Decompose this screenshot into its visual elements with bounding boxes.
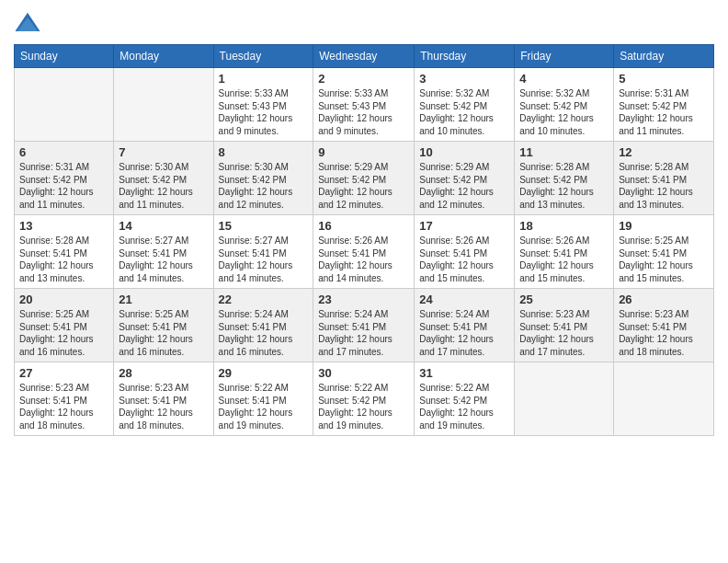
calendar-cell: 15Sunrise: 5:27 AMSunset: 5:41 PMDayligh… [213,215,313,289]
day-info: Sunrise: 5:33 AMSunset: 5:43 PMDaylight:… [318,87,409,137]
day-info: Sunrise: 5:32 AMSunset: 5:42 PMDaylight:… [519,87,609,137]
calendar-body: 1Sunrise: 5:33 AMSunset: 5:43 PMDaylight… [15,68,714,436]
day-number: 6 [19,145,108,159]
header [14,9,714,37]
day-info: Sunrise: 5:22 AMSunset: 5:42 PMDaylight:… [318,382,409,431]
day-info: Sunrise: 5:28 AMSunset: 5:42 PMDaylight:… [519,161,609,211]
day-info: Sunrise: 5:27 AMSunset: 5:41 PMDaylight:… [119,235,208,284]
calendar-cell: 21Sunrise: 5:25 AMSunset: 5:41 PMDayligh… [114,289,213,362]
calendar-cell: 8Sunrise: 5:30 AMSunset: 5:42 PMDaylight… [213,142,313,215]
calendar-cell: 10Sunrise: 5:29 AMSunset: 5:42 PMDayligh… [415,142,515,215]
day-info: Sunrise: 5:25 AMSunset: 5:41 PMDaylight:… [19,308,108,358]
day-info: Sunrise: 5:23 AMSunset: 5:41 PMDaylight:… [619,308,709,358]
day-number: 21 [119,293,208,306]
calendar-cell: 18Sunrise: 5:26 AMSunset: 5:41 PMDayligh… [515,215,614,289]
day-info: Sunrise: 5:26 AMSunset: 5:41 PMDaylight:… [519,235,609,284]
day-info: Sunrise: 5:29 AMSunset: 5:42 PMDaylight:… [318,161,409,211]
day-number: 15 [219,219,309,233]
calendar-cell [15,68,114,142]
day-info: Sunrise: 5:22 AMSunset: 5:41 PMDaylight:… [219,382,309,431]
day-number: 27 [19,366,108,380]
day-number: 28 [119,366,208,380]
day-number: 1 [219,72,309,86]
day-number: 4 [519,72,609,86]
day-info: Sunrise: 5:27 AMSunset: 5:41 PMDaylight:… [219,235,309,284]
day-number: 13 [19,219,108,233]
calendar-week-row: 6Sunrise: 5:31 AMSunset: 5:42 PMDaylight… [15,142,714,215]
calendar-week-row: 27Sunrise: 5:23 AMSunset: 5:41 PMDayligh… [15,362,714,436]
day-info: Sunrise: 5:23 AMSunset: 5:41 PMDaylight:… [519,308,609,358]
day-number: 19 [619,219,709,233]
calendar-cell: 31Sunrise: 5:22 AMSunset: 5:42 PMDayligh… [415,362,515,436]
calendar-cell: 23Sunrise: 5:24 AMSunset: 5:41 PMDayligh… [313,289,415,362]
calendar-cell: 5Sunrise: 5:31 AMSunset: 5:42 PMDaylight… [614,68,714,142]
day-number: 16 [318,219,409,233]
calendar-cell: 17Sunrise: 5:26 AMSunset: 5:41 PMDayligh… [415,215,515,289]
weekday-header: Sunday [15,45,114,68]
day-info: Sunrise: 5:28 AMSunset: 5:41 PMDaylight:… [619,161,709,211]
calendar-cell: 4Sunrise: 5:32 AMSunset: 5:42 PMDaylight… [515,68,614,142]
calendar-cell: 2Sunrise: 5:33 AMSunset: 5:43 PMDaylight… [313,68,415,142]
logo-icon [14,9,41,37]
calendar-cell [515,362,614,436]
calendar-week-row: 13Sunrise: 5:28 AMSunset: 5:41 PMDayligh… [15,215,714,289]
day-info: Sunrise: 5:33 AMSunset: 5:43 PMDaylight:… [219,87,309,137]
calendar-cell [114,68,213,142]
calendar-table: SundayMondayTuesdayWednesdayThursdayFrid… [14,44,714,436]
calendar-cell: 24Sunrise: 5:24 AMSunset: 5:41 PMDayligh… [415,289,515,362]
weekday-row: SundayMondayTuesdayWednesdayThursdayFrid… [15,45,714,68]
calendar-cell [614,362,714,436]
day-info: Sunrise: 5:30 AMSunset: 5:42 PMDaylight:… [219,161,309,211]
weekday-header: Wednesday [313,45,415,68]
page: SundayMondayTuesdayWednesdayThursdayFrid… [0,0,728,563]
day-info: Sunrise: 5:24 AMSunset: 5:41 PMDaylight:… [318,308,409,358]
weekday-header: Thursday [415,45,515,68]
day-info: Sunrise: 5:23 AMSunset: 5:41 PMDaylight:… [19,382,108,431]
day-info: Sunrise: 5:26 AMSunset: 5:41 PMDaylight:… [318,235,409,284]
day-number: 20 [19,293,108,306]
calendar-header: SundayMondayTuesdayWednesdayThursdayFrid… [15,45,714,68]
day-number: 7 [119,145,208,159]
day-number: 26 [619,293,709,306]
calendar-cell: 29Sunrise: 5:22 AMSunset: 5:41 PMDayligh… [213,362,313,436]
day-info: Sunrise: 5:24 AMSunset: 5:41 PMDaylight:… [419,308,509,358]
day-info: Sunrise: 5:25 AMSunset: 5:41 PMDaylight:… [119,308,208,358]
day-number: 18 [519,219,609,233]
day-info: Sunrise: 5:31 AMSunset: 5:42 PMDaylight:… [619,87,709,137]
calendar-cell: 6Sunrise: 5:31 AMSunset: 5:42 PMDaylight… [15,142,114,215]
calendar-cell: 14Sunrise: 5:27 AMSunset: 5:41 PMDayligh… [114,215,213,289]
calendar-cell: 11Sunrise: 5:28 AMSunset: 5:42 PMDayligh… [515,142,614,215]
calendar-cell: 12Sunrise: 5:28 AMSunset: 5:41 PMDayligh… [614,142,714,215]
calendar-cell: 9Sunrise: 5:29 AMSunset: 5:42 PMDaylight… [313,142,415,215]
day-info: Sunrise: 5:31 AMSunset: 5:42 PMDaylight:… [19,161,108,211]
calendar-cell: 27Sunrise: 5:23 AMSunset: 5:41 PMDayligh… [15,362,114,436]
calendar-week-row: 20Sunrise: 5:25 AMSunset: 5:41 PMDayligh… [15,289,714,362]
weekday-header: Tuesday [213,45,313,68]
calendar-cell: 13Sunrise: 5:28 AMSunset: 5:41 PMDayligh… [15,215,114,289]
calendar-cell: 7Sunrise: 5:30 AMSunset: 5:42 PMDaylight… [114,142,213,215]
day-info: Sunrise: 5:24 AMSunset: 5:41 PMDaylight:… [219,308,309,358]
day-number: 8 [219,145,309,159]
day-number: 11 [519,145,609,159]
day-info: Sunrise: 5:29 AMSunset: 5:42 PMDaylight:… [419,161,509,211]
day-number: 24 [419,293,509,306]
day-number: 31 [419,366,509,380]
calendar-cell: 25Sunrise: 5:23 AMSunset: 5:41 PMDayligh… [515,289,614,362]
weekday-header: Friday [515,45,614,68]
day-number: 17 [419,219,509,233]
day-number: 12 [619,145,709,159]
logo [14,9,45,37]
day-number: 2 [318,72,409,86]
calendar-cell: 16Sunrise: 5:26 AMSunset: 5:41 PMDayligh… [313,215,415,289]
day-number: 10 [419,145,509,159]
day-number: 3 [419,72,509,86]
calendar-cell: 30Sunrise: 5:22 AMSunset: 5:42 PMDayligh… [313,362,415,436]
day-info: Sunrise: 5:28 AMSunset: 5:41 PMDaylight:… [19,235,108,284]
calendar-cell: 19Sunrise: 5:25 AMSunset: 5:41 PMDayligh… [614,215,714,289]
day-number: 9 [318,145,409,159]
day-info: Sunrise: 5:23 AMSunset: 5:41 PMDaylight:… [119,382,208,431]
calendar-cell: 28Sunrise: 5:23 AMSunset: 5:41 PMDayligh… [114,362,213,436]
calendar-cell: 22Sunrise: 5:24 AMSunset: 5:41 PMDayligh… [213,289,313,362]
day-info: Sunrise: 5:32 AMSunset: 5:42 PMDaylight:… [419,87,509,137]
day-number: 23 [318,293,409,306]
